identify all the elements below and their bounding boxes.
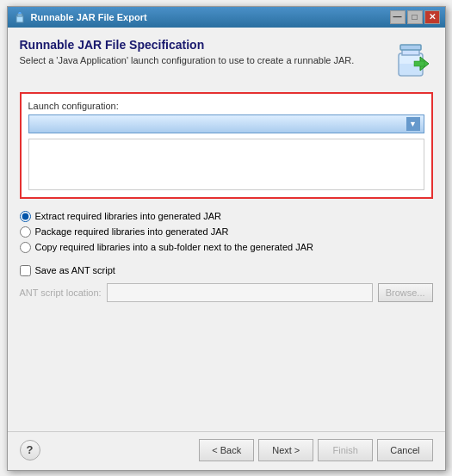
radio-package: Package required libraries into generate… [20, 226, 433, 238]
radio-copy: Copy required libraries into a sub-folde… [20, 242, 433, 253]
close-button[interactable]: ✕ [424, 10, 440, 24]
footer-buttons: < Back Next > Finish Cancel [199, 439, 432, 461]
dropdown-arrow-icon: ▼ [406, 117, 420, 131]
header-text: Runnable JAR File Specification Select a… [20, 38, 390, 74]
main-window: Runnable JAR File Export — □ ✕ Runnable … [7, 6, 446, 471]
radio-package-input[interactable] [20, 226, 31, 238]
launch-config-label: Launch configuration: [28, 101, 424, 111]
maximize-button[interactable]: □ [407, 10, 423, 24]
config-text-area [28, 139, 424, 190]
jar-icon-container [390, 38, 433, 83]
radio-extract-label: Extract required libraries into generate… [35, 211, 221, 221]
svg-rect-5 [400, 45, 421, 50]
ant-script-checkbox-row: Save as ANT script [20, 265, 433, 276]
page-subtitle: Select a 'Java Application' launch confi… [20, 55, 390, 65]
launch-config-section: Launch configuration: ▼ [20, 92, 433, 199]
radio-copy-input[interactable] [20, 242, 31, 253]
ant-location-input[interactable] [107, 283, 373, 302]
launch-config-dropdown[interactable]: ▼ [28, 114, 424, 133]
dialog-footer: ? < Back Next > Finish Cancel [8, 431, 445, 470]
back-button[interactable]: < Back [199, 439, 254, 461]
radio-extract-input[interactable] [20, 211, 31, 222]
ant-location-row: ANT script location: Browse... [20, 283, 433, 302]
window-title: Runnable JAR File Export [31, 12, 147, 22]
export-options: Extract required libraries into generate… [20, 207, 433, 265]
svg-marker-2 [18, 12, 22, 14]
title-bar-buttons: — □ ✕ [390, 10, 440, 24]
minimize-button[interactable]: — [390, 10, 406, 24]
ant-script-label: Save as ANT script [35, 265, 115, 275]
window-icon [13, 10, 27, 24]
svg-rect-1 [17, 14, 22, 16]
content-area: Runnable JAR File Specification Select a… [8, 28, 445, 431]
header-section: Runnable JAR File Specification Select a… [20, 38, 433, 83]
help-button[interactable]: ? [20, 440, 40, 461]
finish-button[interactable]: Finish [318, 439, 373, 461]
footer-left: ? [20, 440, 40, 461]
browse-button[interactable]: Browse... [378, 283, 433, 302]
ant-location-label: ANT script location: [20, 287, 102, 298]
jar-icon [390, 38, 433, 81]
page-title: Runnable JAR File Specification [20, 38, 390, 52]
library-handling-options: Extract required libraries into generate… [20, 211, 433, 253]
svg-rect-8 [414, 61, 424, 66]
cancel-button[interactable]: Cancel [377, 439, 432, 461]
radio-extract: Extract required libraries into generate… [20, 211, 433, 222]
radio-package-label: Package required libraries into generate… [35, 226, 229, 237]
next-button[interactable]: Next > [258, 439, 313, 461]
title-bar: Runnable JAR File Export — □ ✕ [8, 7, 445, 28]
radio-copy-label: Copy required libraries into a sub-folde… [35, 242, 313, 252]
ant-script-checkbox[interactable] [20, 265, 31, 276]
